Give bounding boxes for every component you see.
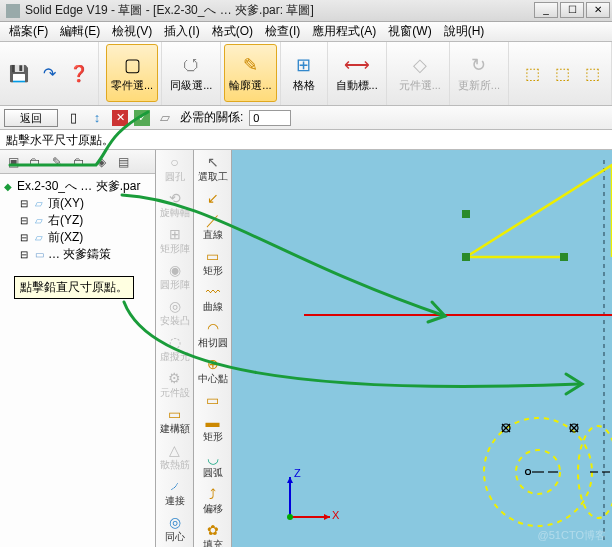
sv-offset[interactable]: ⤴偏移 [196,485,230,517]
vt-rib[interactable]: △散熱筋 [158,441,192,473]
part-icon: ◆ [2,181,14,193]
sv-center[interactable]: ⊕中心點 [196,355,230,387]
drawing-canvas[interactable]: X Z @51CTO博客 [232,150,612,547]
vt-circpat[interactable]: ◉圓形陣 [158,261,192,293]
sv-box[interactable]: ▭ [196,391,230,409]
tooltip: 點擊鉛直尺寸原點。 [14,276,134,299]
vt-hole[interactable]: ○圓孔 [158,153,192,185]
sv-arc[interactable]: ◡圓弧 [196,449,230,481]
vt-boss[interactable]: ◎安裝凸 [158,297,192,329]
svg-marker-23 [287,477,293,483]
sv-point[interactable]: ↙ [196,189,230,207]
grid-icon: ⊞ [296,54,311,76]
outline-icon: ✎ [243,54,258,76]
plane-icon: ▱ [33,232,45,244]
svg-point-24 [287,514,293,520]
part-select-icon: ▢ [124,54,141,76]
feature-icon: ▭ [33,249,45,261]
back-button[interactable]: 返回 [4,109,58,127]
svg-rect-5 [560,253,568,261]
vt-revolve[interactable]: ⟲旋轉軸 [158,189,192,221]
vt-compset[interactable]: ⚙元件設 [158,369,192,401]
sv-select[interactable]: ↖選取工 [196,153,230,185]
vt-concentric[interactable]: ◎同心 [158,513,192,545]
dimension-icon: ⟷ [344,54,370,76]
tab-5[interactable]: ◈ [91,153,111,171]
tab-2[interactable]: 🗀 [25,153,45,171]
required-label: 必需的關係: [180,109,243,126]
tab-3[interactable]: ✎ [47,153,67,171]
accept-icon[interactable]: ✓ [134,110,150,126]
vt-connect[interactable]: ⟋連接 [158,477,192,509]
save-button[interactable]: 💾 [6,61,32,87]
menu-insert[interactable]: 插入(I) [159,21,204,42]
cube3-icon[interactable]: ⬚ [579,61,605,87]
prompt-text: 點擊水平尺寸原點。 [6,133,114,147]
refresh-icon: ↻ [471,54,486,76]
feature-tree-panel: ▣ 🗀 ✎ 🗀 ◈ ▤ ◆Ex.2-30_へ … 夾爹.par ⊟▱頂(XY) … [0,150,156,547]
maximize-button[interactable]: ☐ [560,2,584,18]
menu-format[interactable]: 格式(O) [207,21,258,42]
axis-icon[interactable]: ↕ [88,109,106,127]
element-select-button[interactable]: ◇ 元件選... [394,44,446,102]
refresh-button[interactable]: ↻ 更新所... [453,44,505,102]
page-icon[interactable]: ▯ [64,109,82,127]
menu-view[interactable]: 檢視(V) [107,21,157,42]
outline-select-button[interactable]: ✎ 輪廓選... [224,44,276,102]
tree-item[interactable]: 右(YZ) [48,212,83,229]
tree-item[interactable]: 頂(XY) [48,195,84,212]
tab-1[interactable]: ▣ [3,153,23,171]
title-bar: Solid Edge V19 - 草圖 - [Ex.2-30_へ … 夾爹.pa… [0,0,612,22]
same-level-button[interactable]: ⭯ 同級選... [165,44,217,102]
feature-tree[interactable]: ◆Ex.2-30_へ … 夾爹.par ⊟▱頂(XY) ⊟▱右(YZ) ⊟▱前(… [0,174,155,547]
sv-curve[interactable]: 〰曲線 [196,283,230,315]
plane-icon[interactable]: ▱ [156,109,174,127]
sv-tangent[interactable]: ◠相切圓 [196,319,230,351]
menu-window[interactable]: 視窗(W) [383,21,436,42]
vt-virtual[interactable]: ◌虛擬元 [158,333,192,365]
tree-tabs: ▣ 🗀 ✎ 🗀 ◈ ▤ [0,150,155,174]
minimize-button[interactable]: _ [534,2,558,18]
axis-x: X [332,509,339,521]
window-title: Solid Edge V19 - 草圖 - [Ex.2-30_へ … 夾爹.pa… [25,2,314,19]
cube1-icon[interactable]: ⬚ [519,61,545,87]
vt-construct[interactable]: ▭建構額 [158,405,192,437]
menu-file[interactable]: 檔案(F) [4,21,53,42]
sv-line[interactable]: ／直線 [196,211,230,243]
element-icon: ◇ [413,54,427,76]
sketch-toolbox: ↖選取工 ↙ ／直線 ▭矩形 〰曲線 ◠相切圓 ⊕中心點 ▭ ▬矩形 ◡圓弧 ⤴… [194,150,232,547]
tree-item[interactable]: … 夾爹鑄策 [48,246,111,263]
required-value[interactable]: 0 [249,110,291,126]
axis-z: Z [294,467,301,479]
sv-rect2[interactable]: ▬矩形 [196,413,230,445]
axis-indicator: X Z [280,471,336,529]
part-select-button[interactable]: ▢ 零件選... [106,44,158,102]
app-icon [6,4,20,18]
sv-fill[interactable]: ✿填充 [196,521,230,547]
svg-rect-3 [462,210,470,218]
cube2-icon[interactable]: ⬚ [549,61,575,87]
svg-point-11 [526,470,531,475]
menu-check[interactable]: 檢查(I) [260,21,305,42]
command-bar: 返回 ▯ ↕ ✕ ✓ ▱ 必需的關係: 0 [0,106,612,130]
close-button[interactable]: ✕ [586,2,610,18]
main-area: ▣ 🗀 ✎ 🗀 ◈ ▤ ◆Ex.2-30_へ … 夾爹.par ⊟▱頂(XY) … [0,150,612,547]
prompt-bar: 點擊水平尺寸原點。 [0,130,612,150]
vt-rectpat[interactable]: ⊞矩形陣 [158,225,192,257]
menu-app[interactable]: 應用程式(A) [307,21,381,42]
svg-rect-4 [462,253,470,261]
feature-toolbox: ○圓孔 ⟲旋轉軸 ⊞矩形陣 ◉圓形陣 ◎安裝凸 ◌虛擬元 ⚙元件設 ▭建構額 △… [156,150,194,547]
tab-4[interactable]: 🗀 [69,153,89,171]
sv-rect[interactable]: ▭矩形 [196,247,230,279]
tab-6[interactable]: ▤ [113,153,133,171]
tree-root[interactable]: Ex.2-30_へ … 夾爹.par [17,178,140,195]
tree-item[interactable]: 前(XZ) [48,229,83,246]
plane-icon: ▱ [33,198,45,210]
grid-button[interactable]: ⊞ 格格 [284,44,324,102]
menu-edit[interactable]: 編輯(E) [55,21,105,42]
menu-help[interactable]: 說明(H) [439,21,490,42]
auto-dim-button[interactable]: ⟷ 自動標... [331,44,383,102]
help-icon[interactable]: ❓ [66,61,92,87]
cancel-icon[interactable]: ✕ [112,110,128,126]
undo-icon[interactable]: ↷ [36,61,62,87]
